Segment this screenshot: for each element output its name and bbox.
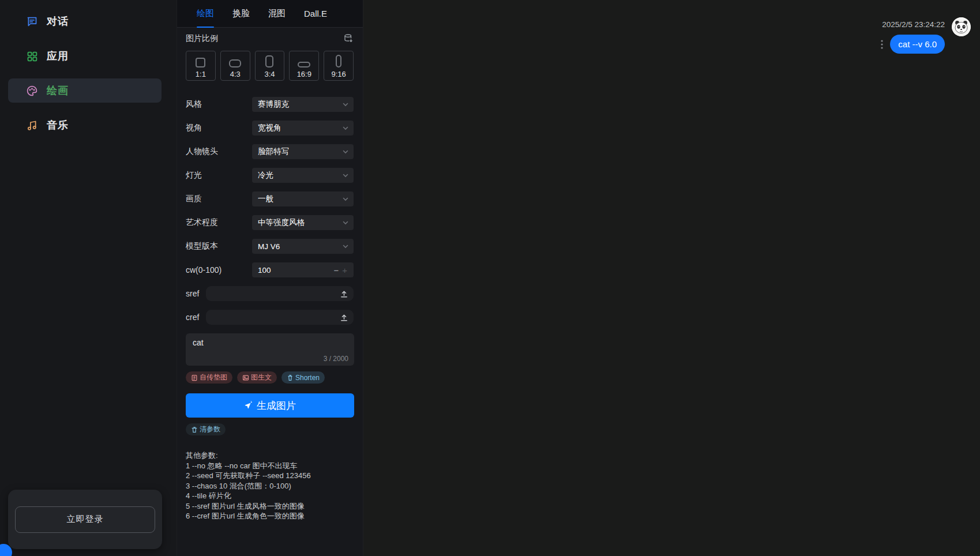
prompt-input[interactable]: cat 3 / 2000 [186, 333, 354, 366]
upload-icon[interactable] [340, 313, 348, 322]
plus-button[interactable]: + [340, 266, 349, 275]
char-counter: 3 / 2000 [324, 355, 348, 363]
character-shot-select[interactable]: 脸部特写 [252, 144, 354, 159]
shorten-icon [287, 374, 294, 381]
message-timestamp: 2025/2/5 23:24:22 [882, 20, 945, 29]
prompt-value: cat [193, 338, 347, 347]
field-label: cref [186, 313, 199, 322]
ratio-options: 1:1 4:3 3:4 16:9 9:16 [186, 51, 354, 81]
app-window: 对话 应用 绘画 音乐 立即登录 [0, 0, 980, 556]
user-message-bubble[interactable]: cat --v 6.0 [890, 35, 945, 54]
stylize-select[interactable]: 中等强度风格 [252, 215, 354, 230]
prompt-tag-row: 自传垫图 图生文 Shorten [186, 371, 354, 384]
upload-icon[interactable] [340, 290, 348, 298]
minus-button[interactable]: − [332, 266, 340, 275]
tips-title: 其他参数: [186, 450, 354, 461]
tag-label: 自传垫图 [200, 373, 227, 382]
tab-dalle[interactable]: Dall.E [304, 0, 327, 28]
sidebar-item-apps[interactable]: 应用 [8, 44, 162, 68]
field-row-view: 视角 宽视角 [186, 121, 354, 136]
ratio-label: 3:4 [264, 70, 275, 78]
history-database-icon[interactable] [343, 33, 354, 44]
generate-image-button[interactable]: 生成图片 [186, 393, 354, 418]
document-icon [191, 374, 198, 381]
square-shape-icon [196, 58, 205, 67]
tab-draw[interactable]: 绘图 [197, 0, 214, 28]
cw-input[interactable]: 100 − + [252, 262, 354, 277]
chevron-down-icon [342, 148, 349, 155]
draw-settings-panel: 绘图 换脸 混图 Dall.E 图片比例 1:1 [177, 0, 363, 556]
quality-select[interactable]: 一般 [252, 191, 354, 206]
wide-shape-icon [298, 62, 310, 67]
field-label: 风格 [186, 99, 202, 110]
login-card: 立即登录 [8, 490, 162, 549]
panda-avatar-icon [952, 17, 971, 36]
cw-value: 100 [258, 266, 332, 275]
field-label: sref [186, 289, 199, 298]
ratio-label: 16:9 [297, 70, 311, 78]
field-label: 灯光 [186, 170, 202, 181]
music-note-icon [26, 119, 38, 132]
ratio-label: 4:3 [230, 70, 241, 78]
ratio-section-label: 图片比例 [186, 33, 218, 44]
field-row-stylize: 艺术程度 中等强度风格 [186, 215, 354, 230]
tips-line-6: 6 --cref 图片url 生成角色一致的图像 [186, 511, 354, 521]
palette-icon [26, 85, 38, 97]
tips-line-4: 4 --tile 碎片化 [186, 491, 354, 501]
select-value: 中等强度风格 [258, 217, 342, 228]
sidebar-item-music[interactable]: 音乐 [8, 113, 162, 137]
sidebar: 对话 应用 绘画 音乐 立即登录 [0, 0, 177, 556]
sidebar-item-chat[interactable]: 对话 [8, 9, 162, 33]
chat-bubble-icon [26, 16, 38, 28]
ratio-option-3-4[interactable]: 3:4 [255, 51, 285, 81]
ratio-label: 1:1 [196, 70, 206, 78]
field-label: 画质 [186, 194, 202, 204]
tag-label: Shorten [295, 374, 320, 382]
field-label: 艺术程度 [186, 217, 218, 228]
shorten-tag[interactable]: Shorten [281, 371, 325, 384]
ratio-option-1-1[interactable]: 1:1 [186, 51, 216, 81]
message-row: cat --v 6.0 [881, 35, 945, 54]
tab-faceswap[interactable]: 换脸 [232, 0, 250, 28]
view-angle-select[interactable]: 宽视角 [252, 121, 354, 136]
ratio-option-9-16[interactable]: 9:16 [324, 51, 354, 81]
sidebar-item-label: 音乐 [47, 118, 69, 132]
sidebar-item-label: 对话 [47, 14, 69, 28]
tab-miximage[interactable]: 混图 [268, 0, 286, 28]
field-label: 视角 [186, 123, 202, 133]
login-button[interactable]: 立即登录 [15, 506, 155, 533]
chevron-down-icon [342, 196, 349, 202]
field-row-quality: 画质 一般 [186, 191, 354, 206]
select-value: 一般 [258, 194, 342, 204]
chevron-down-icon [342, 243, 349, 250]
select-value: MJ V6 [258, 242, 342, 251]
select-value: 冷光 [258, 170, 342, 181]
model-version-select[interactable]: MJ V6 [252, 239, 354, 254]
landscape-shape-icon [229, 59, 241, 67]
clear-label: 清参数 [200, 424, 220, 434]
avatar[interactable] [952, 17, 971, 36]
field-label: 人物镜头 [186, 146, 218, 157]
select-value: 宽视角 [258, 123, 342, 133]
chevron-down-icon [342, 219, 349, 226]
lighting-select[interactable]: 冷光 [252, 168, 354, 183]
select-value: 赛博朋克 [258, 99, 342, 110]
select-value: 脸部特写 [258, 146, 342, 157]
style-select[interactable]: 赛博朋克 [252, 97, 354, 112]
field-row-model: 模型版本 MJ V6 [186, 239, 354, 254]
cref-input[interactable] [206, 310, 354, 325]
sref-input[interactable] [206, 286, 354, 301]
ratio-option-16-9[interactable]: 16:9 [289, 51, 319, 81]
field-row-cref: cref [186, 310, 354, 325]
chevron-down-icon [342, 172, 349, 179]
ratio-option-4-3[interactable]: 4:3 [220, 51, 250, 81]
tips-line-3: 3 --chaos 10 混合(范围：0-100) [186, 481, 354, 491]
image-to-text-tag[interactable]: 图生文 [237, 371, 277, 384]
chat-pane: 2025/2/5 23:24:22 cat --v 6.0 [363, 0, 980, 556]
pad-image-tag[interactable]: 自传垫图 [186, 371, 232, 384]
clear-params-button[interactable]: 清参数 [186, 423, 226, 435]
tall-shape-icon [336, 55, 341, 67]
field-row-sref: sref [186, 286, 354, 301]
message-menu-icon[interactable] [881, 40, 883, 49]
sidebar-item-draw[interactable]: 绘画 [8, 78, 162, 103]
